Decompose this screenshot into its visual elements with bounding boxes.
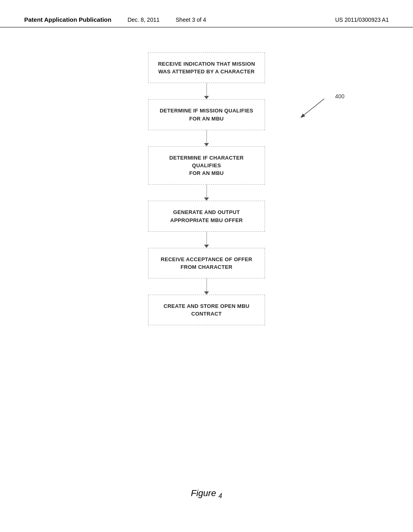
arrow-head-4 [204,245,209,248]
arrow-1 [204,83,209,99]
reference-arrow [300,97,332,121]
reference-number-container: 400 [335,93,344,100]
flow-box-5: RECEIVE ACCEPTANCE OF OFFERFROM CHARACTE… [148,248,265,278]
flow-box-5-text: RECEIVE ACCEPTANCE OF OFFERFROM CHARACTE… [161,256,252,270]
publication-date: Dec. 8, 2011 [127,17,159,23]
flow-box-4-text: GENERATE AND OUTPUTAPPROPRIATE MBU OFFER [170,209,243,223]
flow-box-3-text: DETERMINE IF CHARACTER QUALIFIESFOR AN M… [169,155,244,176]
flow-box-4: GENERATE AND OUTPUTAPPROPRIATE MBU OFFER [148,201,265,231]
figure-sub-number: 4 [219,493,222,499]
arrow-head-3 [204,197,209,201]
arrow-head-2 [204,143,209,146]
svg-line-1 [304,99,324,115]
flow-box-2-text: DETERMINE IF MISSION QUALIFIESFOR AN MBU [160,108,253,121]
flowchart: RECEIVE INDICATION THAT MISSIONWAS ATTEM… [0,44,413,325]
flow-box-1: RECEIVE INDICATION THAT MISSIONWAS ATTEM… [148,52,265,83]
arrow-head-5 [204,291,209,295]
arrow-4 [204,232,209,248]
page-header: Patent Application Publication Dec. 8, 2… [0,16,413,27]
sheet-info: Sheet 3 of 4 [176,17,206,23]
flow-box-3: DETERMINE IF CHARACTER QUALIFIESFOR AN M… [148,146,265,185]
arrow-line-1 [206,83,207,96]
arrow-head-1 [204,96,209,99]
arrow-2 [204,130,209,146]
figure-caption: Figure 4 [0,488,413,500]
flow-box-2: DETERMINE IF MISSION QUALIFIESFOR AN MBU [148,99,265,130]
arrow-line-2 [206,130,207,143]
patent-number: US 2011/0300923 A1 [335,17,389,23]
flow-box-1-text: RECEIVE INDICATION THAT MISSIONWAS ATTEM… [158,61,255,75]
figure-label: Figure [191,488,216,498]
arrow-5 [204,278,209,295]
arrow-line-4 [206,232,207,245]
arrow-line-5 [206,278,207,291]
arrow-line-3 [206,185,207,197]
flow-box-6: CREATE AND STORE OPEN MBUCONTRACT [148,295,265,325]
figure-number: 4 [219,488,222,498]
publication-title: Patent Application Publication [24,16,111,23]
flow-box-6-text: CREATE AND STORE OPEN MBUCONTRACT [163,303,249,317]
arrow-3 [204,185,209,201]
reference-number: 400 [335,93,344,100]
